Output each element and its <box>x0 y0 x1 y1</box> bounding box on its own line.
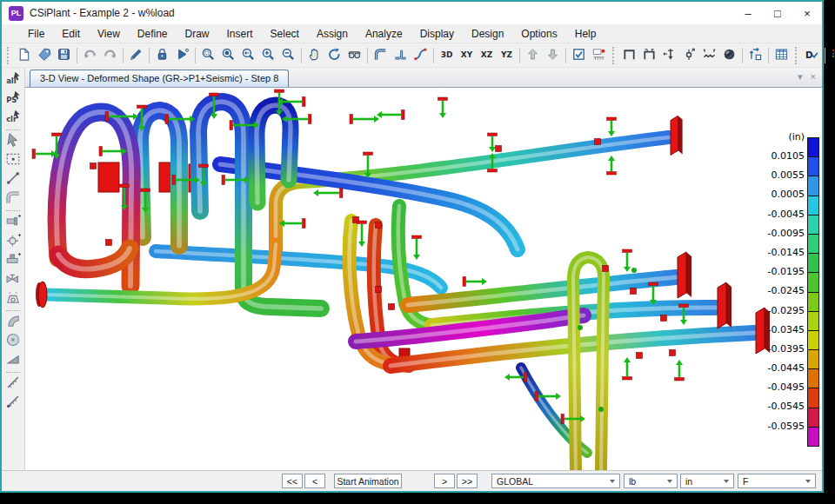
anchor-flange[interactable] <box>36 282 47 308</box>
select-all-button[interactable]: all <box>3 70 23 90</box>
support-arrow[interactable] <box>463 277 487 287</box>
spring-support-button[interactable] <box>699 45 719 66</box>
pipe-elbow-button[interactable] <box>371 45 391 66</box>
start-animation-button[interactable]: Start Animation <box>334 474 402 488</box>
draw-line-button[interactable] <box>3 170 23 189</box>
lock-button[interactable] <box>152 45 172 66</box>
run-analysis-button[interactable] <box>172 45 192 66</box>
coordinate-system-select[interactable]: GLOBAL <box>491 474 620 488</box>
anchor-flange[interactable] <box>678 252 691 298</box>
draw-pen-button[interactable] <box>126 45 146 66</box>
length-units-select[interactable]: in <box>680 474 734 488</box>
anchor-flange[interactable] <box>718 282 731 328</box>
node-dot[interactable] <box>578 325 583 330</box>
menu-help[interactable]: Help <box>566 28 605 40</box>
step-back-button[interactable]: < <box>304 474 325 488</box>
anchor-node[interactable] <box>670 350 676 356</box>
select-clear-button[interactable]: clr <box>3 109 23 128</box>
step-forward-button[interactable]: > <box>434 474 455 488</box>
zoom-window-button[interactable] <box>198 45 218 66</box>
valve-fitting-button[interactable] <box>3 270 23 289</box>
menu-view[interactable]: View <box>89 28 129 40</box>
support-arrow[interactable] <box>675 360 685 381</box>
view-yz-button[interactable]: YZ <box>497 45 517 66</box>
zoom-in-button[interactable] <box>258 45 278 66</box>
flange-fitting-button[interactable] <box>3 213 23 232</box>
menu-analyze[interactable]: Analyze <box>357 28 411 40</box>
tab-3d-view[interactable]: 3-D View - Deformed Shape (GR->P1+Seismi… <box>30 70 289 87</box>
shift-up-button[interactable] <box>523 45 543 66</box>
maximize-button[interactable]: □ <box>763 2 792 24</box>
pipe-header-top-right[interactable] <box>276 137 669 255</box>
node-dot[interactable] <box>598 407 604 412</box>
support-arrow[interactable] <box>32 149 57 159</box>
support-arrow[interactable] <box>607 117 617 136</box>
support-arrow[interactable] <box>377 110 404 120</box>
support-arrow[interactable] <box>357 221 367 247</box>
support-arrow[interactable] <box>279 219 305 229</box>
tab-menu-icon[interactable]: ▾ <box>798 72 803 82</box>
support-arrow[interactable] <box>623 357 632 380</box>
pipe-spline-button[interactable] <box>411 45 431 66</box>
menu-draw[interactable]: Draw <box>177 28 218 40</box>
menu-select[interactable]: Select <box>262 28 308 40</box>
snap-settings-button[interactable] <box>589 45 609 66</box>
anchor-node[interactable] <box>389 304 395 310</box>
redo-button[interactable] <box>100 45 120 66</box>
menu-define[interactable]: Define <box>129 28 177 40</box>
shift-down-button[interactable] <box>543 45 563 66</box>
frame-support-button[interactable] <box>619 45 639 66</box>
pan-hand-button[interactable] <box>304 45 324 66</box>
hanger-support-button[interactable] <box>3 289 23 308</box>
anchor-plate[interactable] <box>98 162 119 192</box>
menu-display[interactable]: Display <box>411 28 463 40</box>
tee-fitting-button[interactable] <box>3 251 23 270</box>
support-arrow[interactable] <box>623 249 632 272</box>
anchor-node[interactable] <box>496 146 502 152</box>
anchor-node[interactable] <box>376 222 382 229</box>
design-point-1-button[interactable]: D <box>828 45 835 66</box>
perspective-glasses-button[interactable] <box>344 45 364 66</box>
wedge-fitting-button[interactable] <box>3 351 23 370</box>
save-button[interactable] <box>54 45 74 66</box>
measure-b-button[interactable] <box>3 394 23 413</box>
anchor-flange[interactable] <box>671 116 683 155</box>
pointer-button[interactable] <box>3 132 23 151</box>
toolbar-drag-handle[interactable] <box>7 47 10 64</box>
anchor-node[interactable] <box>631 288 637 295</box>
wheel-fitting-button[interactable] <box>3 332 23 351</box>
force-units-select[interactable]: lb <box>624 474 678 488</box>
node-reorder-button[interactable] <box>745 45 765 66</box>
node-dot[interactable] <box>631 268 637 273</box>
tables-grid-button[interactable] <box>772 45 792 66</box>
zoom-out-button[interactable] <box>278 45 298 66</box>
select-ps-button[interactable]: PS <box>3 90 23 109</box>
support-arrow[interactable] <box>313 189 343 198</box>
step-last-button[interactable]: >> <box>457 474 478 488</box>
anchor-node[interactable] <box>595 139 601 145</box>
zoom-previous-button[interactable] <box>238 45 258 66</box>
undo-button[interactable] <box>80 45 100 66</box>
pipe-branch-button[interactable] <box>391 45 411 66</box>
marquee-select-button[interactable] <box>3 151 23 170</box>
menu-insert[interactable]: Insert <box>218 28 262 40</box>
labels-tag-button[interactable] <box>34 45 54 66</box>
menu-design[interactable]: Design <box>463 28 512 40</box>
new-document-button[interactable] <box>14 45 34 66</box>
anchor-node[interactable] <box>661 315 667 322</box>
menu-assign[interactable]: Assign <box>308 28 357 40</box>
view-3d-button[interactable]: 3D <box>437 45 457 66</box>
pipe-elbow-3d-button[interactable] <box>3 189 23 209</box>
anchor-node[interactable] <box>376 287 382 293</box>
rotate-view-button[interactable] <box>324 45 344 66</box>
menu-edit[interactable]: Edit <box>53 28 89 40</box>
measure-a-button[interactable] <box>3 375 23 394</box>
anchor-node[interactable] <box>603 266 609 272</box>
menu-options[interactable]: Options <box>512 28 565 40</box>
zoom-extents-button[interactable] <box>218 45 238 66</box>
anchor-node[interactable] <box>106 240 112 246</box>
valve-node-button[interactable] <box>3 232 23 251</box>
anchor-assign-button[interactable] <box>659 45 679 66</box>
3d-view-canvas[interactable]: (in) 0.01050.00550.0005-0.0045-0.0095-0.… <box>25 88 822 470</box>
view-xz-button[interactable]: XZ <box>477 45 497 66</box>
